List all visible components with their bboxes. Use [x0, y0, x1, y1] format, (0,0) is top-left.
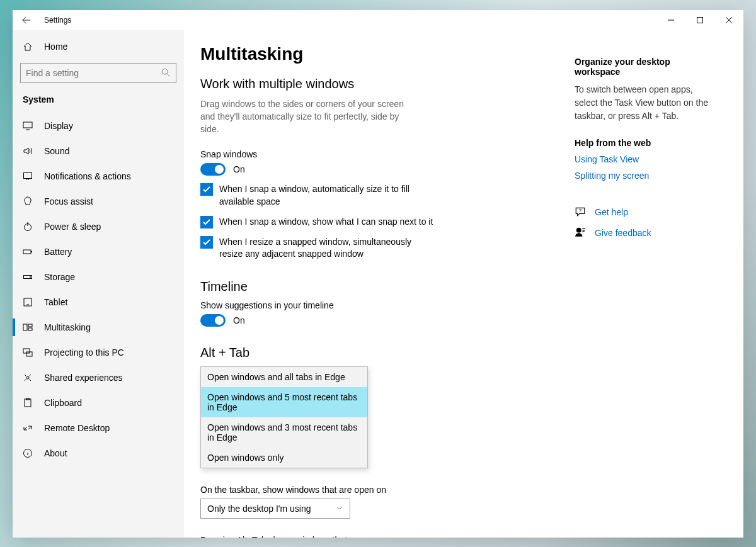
snap-check-3-label: When I resize a snapped window, simultan…: [219, 236, 433, 261]
minimize-button[interactable]: [656, 10, 685, 30]
timeline-toggle[interactable]: [200, 314, 226, 327]
check-icon: [202, 185, 211, 194]
alttab-option-4[interactable]: Open windows only: [201, 448, 367, 468]
search-icon: [161, 68, 170, 79]
chevron-down-icon: [336, 504, 343, 514]
nav-battery[interactable]: Battery: [13, 239, 184, 264]
multitasking-icon: [23, 322, 33, 332]
nav-clipboard[interactable]: Clipboard: [13, 390, 184, 415]
work-description: Drag windows to the sides or corners of …: [200, 98, 415, 136]
shared-icon: [23, 373, 33, 383]
snap-check-2[interactable]: [200, 216, 213, 228]
close-icon: [726, 17, 732, 23]
get-help-link[interactable]: Get help: [595, 207, 628, 217]
nav-notifications[interactable]: Notifications & actions: [13, 164, 184, 189]
home-nav[interactable]: Home: [13, 34, 184, 59]
snap-check-1[interactable]: [200, 183, 213, 196]
alttab-option-1[interactable]: Open windows and all tabs in Edge: [201, 367, 367, 387]
minimize-icon: [668, 17, 674, 23]
nav-display[interactable]: Display: [13, 113, 184, 138]
alttab-heading: Alt + Tab: [200, 346, 558, 360]
aside-panel: Organize your desktop workspace To switc…: [575, 30, 726, 538]
back-button[interactable]: [13, 10, 40, 30]
close-button[interactable]: [714, 10, 743, 30]
taskbar-select[interactable]: Only the desktop I'm using: [200, 499, 350, 519]
sidebar: Home System Display Sound Notifications …: [13, 30, 184, 538]
svg-point-14: [26, 376, 29, 379]
search-input[interactable]: [20, 63, 176, 83]
battery-icon: [23, 247, 33, 257]
snap-check-1-label: When I snap a window, automatically size…: [219, 183, 433, 208]
nav-shared-experiences[interactable]: Shared experiences: [13, 365, 184, 390]
about-icon: [23, 448, 33, 458]
maximize-button[interactable]: [685, 10, 714, 30]
arrow-left-icon: [22, 16, 31, 25]
svg-text:?: ?: [579, 208, 582, 213]
home-label: Home: [44, 42, 67, 52]
power-icon: [23, 222, 33, 232]
help-link-2[interactable]: Splitting my screen: [575, 171, 713, 181]
remote-desktop-icon: [23, 423, 33, 433]
svg-point-7: [30, 276, 31, 278]
nav-multitasking[interactable]: Multitasking: [13, 315, 184, 340]
svg-point-1: [162, 69, 168, 74]
alttab-option-3[interactable]: Open windows and 3 most recent tabs in E…: [201, 417, 367, 448]
projecting-icon: [23, 347, 33, 358]
home-icon: [23, 42, 33, 52]
notifications-icon: [23, 171, 33, 181]
timeline-state: On: [233, 315, 245, 325]
page-title: Multitasking: [200, 44, 558, 64]
nav-sound[interactable]: Sound: [13, 138, 184, 164]
alttab-dropdown[interactable]: Open windows and all tabs in Edge Open w…: [200, 366, 368, 468]
nav-storage[interactable]: Storage: [13, 264, 184, 290]
snap-state: On: [233, 164, 245, 174]
organize-text: To switch between open apps, select the …: [575, 83, 713, 123]
svg-rect-9: [23, 324, 27, 330]
main-content: Multitasking Work with multiple windows …: [184, 30, 575, 538]
help-heading: Help from the web: [575, 138, 713, 148]
alttab-option-2[interactable]: Open windows and 5 most recent tabs in E…: [201, 387, 367, 417]
maximize-icon: [697, 17, 703, 23]
window-title: Settings: [40, 16, 71, 25]
snap-toggle[interactable]: [200, 163, 226, 176]
titlebar: Settings: [13, 10, 743, 30]
nav-remote-desktop[interactable]: Remote Desktop: [13, 415, 184, 441]
svg-rect-10: [28, 324, 32, 327]
svg-rect-5: [23, 250, 31, 254]
help-bubble-icon: ?: [575, 206, 586, 219]
check-icon: [202, 218, 211, 227]
sound-icon: [23, 146, 33, 156]
work-heading: Work with multiple windows: [200, 77, 558, 91]
nav-about[interactable]: About: [13, 441, 184, 466]
svg-rect-0: [697, 17, 703, 23]
svg-rect-3: [24, 172, 32, 178]
nav-power-sleep[interactable]: Power & sleep: [13, 214, 184, 239]
clipboard-icon: [23, 398, 33, 408]
settings-window: Settings Home System Display Sound Notif…: [13, 10, 743, 538]
alttab2-label: Pressing Alt+Tab shows windows that are …: [200, 535, 558, 538]
window-controls: [656, 10, 743, 30]
svg-rect-11: [28, 328, 32, 330]
section-label: System: [13, 89, 184, 111]
timeline-label: Show suggestions in your timeline: [200, 300, 558, 310]
tablet-icon: [23, 297, 33, 307]
svg-rect-2: [23, 122, 32, 128]
focus-assist-icon: [23, 196, 33, 206]
nav-focus-assist[interactable]: Focus assist: [13, 189, 184, 214]
nav-tablet[interactable]: Tablet: [13, 290, 184, 315]
storage-icon: [23, 272, 33, 282]
check-icon: [202, 238, 211, 247]
snap-label: Snap windows: [200, 149, 558, 159]
feedback-icon: [575, 227, 586, 240]
taskbar-select-value: Only the desktop I'm using: [207, 504, 311, 514]
taskbar-label: On the taskbar, show windows that are op…: [200, 485, 558, 495]
help-link-1[interactable]: Using Task View: [575, 154, 713, 164]
timeline-heading: Timeline: [200, 279, 558, 294]
snap-check-3[interactable]: [200, 236, 213, 249]
svg-point-19: [576, 228, 581, 232]
nav-projecting[interactable]: Projecting to this PC: [13, 340, 184, 365]
snap-check-2-label: When I snap a window, show what I can sn…: [219, 216, 433, 228]
give-feedback-link[interactable]: Give feedback: [595, 228, 651, 238]
organize-heading: Organize your desktop workspace: [575, 57, 713, 77]
svg-rect-15: [25, 399, 31, 407]
